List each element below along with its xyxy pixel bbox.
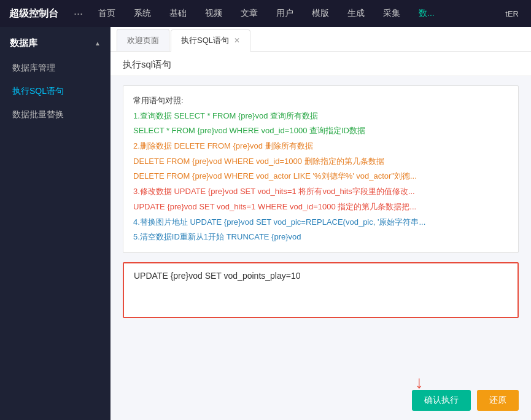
chevron-up-icon: ▲ bbox=[95, 40, 101, 47]
nav-item-article[interactable]: 文章 bbox=[231, 0, 267, 27]
ref-line-7: UPDATE {pre}vod SET vod_hits=1 WHERE vod… bbox=[133, 200, 508, 215]
sidebar-section-title: 数据库 bbox=[10, 37, 37, 49]
top-navigation: 超级控制台 ··· 首页 系统 基础 视频 文章 用户 模版 生成 采集 数..… bbox=[0, 0, 531, 27]
page-header: 执行sql语句 bbox=[110, 52, 531, 76]
tab-welcome-label: 欢迎页面 bbox=[127, 35, 159, 46]
ref-line-8: 4.替换图片地址 UPDATE {pre}vod SET vod_pic=REP… bbox=[133, 215, 508, 230]
app-logo: 超级控制台 bbox=[6, 7, 68, 20]
nav-right-user: tER bbox=[505, 9, 525, 18]
nav-item-database[interactable]: 数... bbox=[409, 0, 444, 27]
reference-box: 常用语句对照: 1.查询数据 SELECT * FROM {pre}vod 查询… bbox=[123, 85, 519, 253]
nav-dots[interactable]: ··· bbox=[68, 7, 89, 20]
ref-line-2: SELECT * FROM {pre}vod WHERE vod_id=1000… bbox=[133, 123, 508, 139]
confirm-execute-button[interactable]: 确认执行 bbox=[412, 390, 471, 411]
tab-bar: 欢迎页面 执行SQL语句 ✕ bbox=[110, 27, 531, 52]
content-area: 常用语句对照: 1.查询数据 SELECT * FROM {pre}vod 查询… bbox=[110, 76, 531, 390]
arrow-indicator-icon: ↓ bbox=[415, 373, 424, 392]
reference-title: 常用语句对照: bbox=[133, 93, 508, 109]
ref-line-1: 1.查询数据 SELECT * FROM {pre}vod 查询所有数据 bbox=[133, 109, 508, 124]
restore-button[interactable]: 还原 bbox=[477, 390, 519, 411]
nav-item-user[interactable]: 用户 bbox=[267, 0, 303, 27]
nav-item-basic[interactable]: 基础 bbox=[160, 0, 196, 27]
nav-item-generate[interactable]: 生成 bbox=[338, 0, 374, 27]
ref-line-5: DELETE FROM {pre}vod WHERE vod_actor LIK… bbox=[133, 169, 508, 184]
ref-line-6: 3.修改数据 UPDATE {pre}vod SET vod_hits=1 将所… bbox=[133, 184, 508, 200]
sql-input-wrapper bbox=[123, 262, 519, 318]
sidebar: 数据库 ▲ 数据库管理 执行SQL语句 数据批量替换 bbox=[0, 27, 110, 420]
tab-execute-sql-label: 执行SQL语句 bbox=[181, 35, 229, 46]
nav-item-home[interactable]: 首页 bbox=[89, 0, 125, 27]
sql-input[interactable] bbox=[134, 271, 508, 308]
tab-execute-sql[interactable]: 执行SQL语句 ✕ bbox=[171, 29, 250, 52]
button-area: ↓ 确认执行 还原 bbox=[110, 390, 531, 420]
ref-line-9: 5.清空数据ID重新从1开始 TRUNCATE {pre}vod bbox=[133, 230, 508, 245]
tab-close-icon[interactable]: ✕ bbox=[234, 37, 240, 44]
nav-item-template[interactable]: 模版 bbox=[303, 0, 338, 27]
tab-welcome[interactable]: 欢迎页面 bbox=[117, 29, 169, 51]
ref-line-4: DELETE FROM {pre}vod WHERE vod_id=1000 删… bbox=[133, 154, 508, 169]
nav-item-video[interactable]: 视频 bbox=[196, 0, 231, 27]
main-content: 欢迎页面 执行SQL语句 ✕ 执行sql语句 常用语句对照: 1.查询数据 SE… bbox=[110, 27, 531, 420]
page-title: 执行sql语句 bbox=[123, 59, 519, 71]
sidebar-item-db-management[interactable]: 数据库管理 bbox=[0, 56, 110, 80]
main-layout: 数据库 ▲ 数据库管理 执行SQL语句 数据批量替换 欢迎页面 执行SQL语句 … bbox=[0, 27, 531, 420]
nav-item-system[interactable]: 系统 bbox=[125, 0, 160, 27]
nav-items: 首页 系统 基础 视频 文章 用户 模版 生成 采集 数... bbox=[89, 0, 444, 27]
sidebar-section-database[interactable]: 数据库 ▲ bbox=[0, 30, 110, 56]
sidebar-item-execute-sql[interactable]: 执行SQL语句 bbox=[0, 80, 110, 103]
nav-item-collect[interactable]: 采集 bbox=[374, 0, 409, 27]
sidebar-item-batch-replace[interactable]: 数据批量替换 bbox=[0, 103, 110, 126]
ref-line-3: 2.删除数据 DELETE FROM {pre}vod 删除所有数据 bbox=[133, 139, 508, 154]
